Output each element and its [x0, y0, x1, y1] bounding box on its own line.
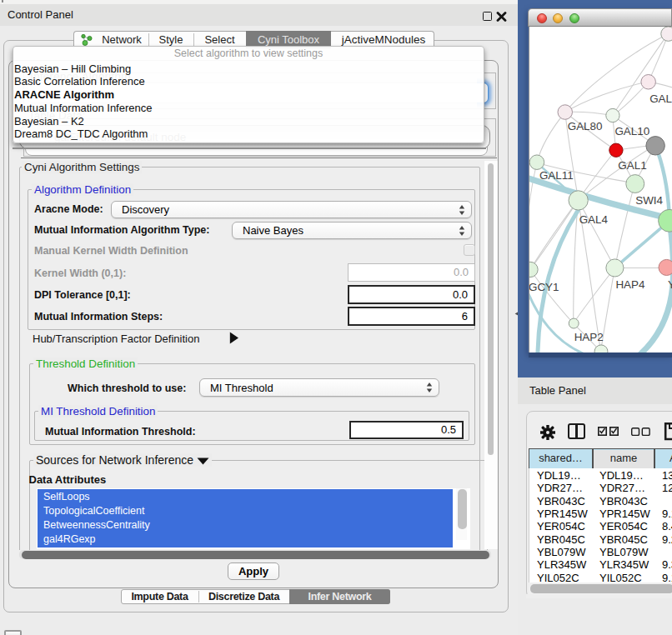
svg-text:GCY1: GCY1: [529, 281, 559, 293]
svg-text:Y: Y: [668, 278, 672, 291]
svg-text:HAP4: HAP4: [615, 278, 645, 291]
svg-text:HAP2: HAP2: [574, 331, 604, 343]
svg-text:GAL4: GAL4: [579, 213, 609, 226]
svg-text:GAL11: GAL11: [539, 169, 574, 182]
svg-text:GAL7: GAL7: [649, 92, 672, 105]
svg-text:GAL80: GAL80: [568, 120, 603, 132]
svg-text:GAL1: GAL1: [618, 159, 646, 172]
svg-text:SWI4: SWI4: [635, 194, 663, 207]
svg-text:GAL10: GAL10: [614, 125, 649, 138]
